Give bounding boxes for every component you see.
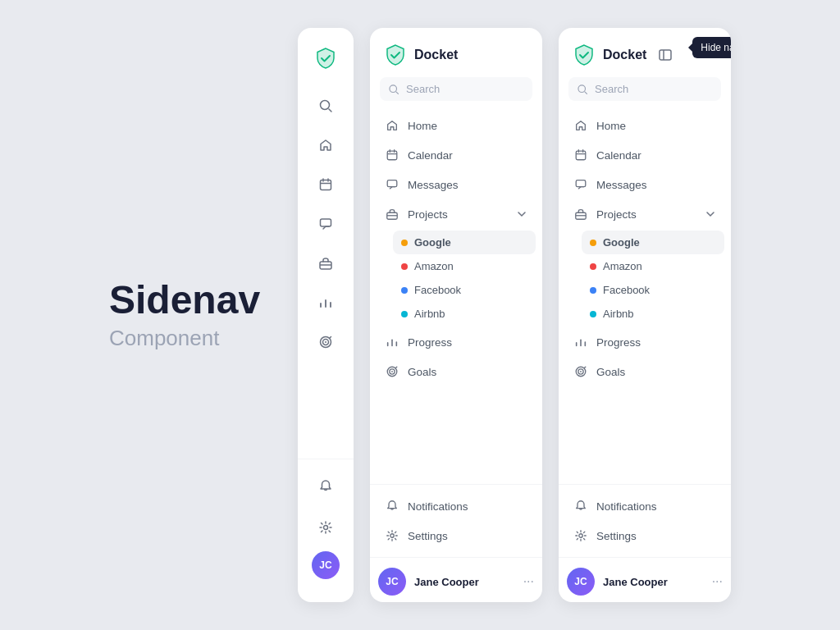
notifications-label-2: Notifications <box>596 500 657 513</box>
logo-icon <box>308 41 343 75</box>
sidebar-item-goals-2[interactable]: Goals <box>565 357 724 386</box>
user-name-2: Jane Cooper <box>603 576 704 588</box>
svg-rect-16 <box>660 50 671 60</box>
label-section: Sidenav Component <box>109 279 273 351</box>
sidebar-item-projects-collapsed[interactable] <box>308 246 343 281</box>
project-amazon-label-1: Amazon <box>414 260 454 272</box>
notification-icon-1 <box>385 499 399 514</box>
sidebar-item-projects-1[interactable]: Projects <box>377 199 536 229</box>
project-amazon-2[interactable]: Amazon <box>582 254 724 278</box>
project-airbnb-label-2: Airbnb <box>603 308 634 320</box>
project-facebook-2[interactable]: Facebook <box>582 278 724 302</box>
nav-header-2: Docket Hide navigation <box>559 28 731 77</box>
svg-point-14 <box>391 371 393 372</box>
user-avatar-1[interactable]: JC <box>378 568 406 596</box>
calendar-icon-2 <box>573 148 588 162</box>
sidebar-item-settings-2[interactable]: Settings <box>565 521 724 550</box>
projects-icon-1 <box>385 207 399 221</box>
svg-point-8 <box>390 84 397 92</box>
search-icon-button[interactable] <box>308 89 343 123</box>
project-facebook-1[interactable]: Facebook <box>393 278 536 302</box>
search-box-2[interactable]: Search <box>568 77 721 101</box>
home-icon-1 <box>385 118 399 133</box>
calendar-label-1: Calendar <box>408 149 453 162</box>
nav-bottom-1: Notifications Settings <box>370 484 542 557</box>
sidebar-item-messages-2[interactable]: Messages <box>565 170 724 199</box>
collapsed-nav-bottom: JC <box>298 459 354 589</box>
svg-point-6 <box>325 341 326 343</box>
sidebar-item-notifications-2[interactable]: Notifications <box>565 491 724 521</box>
notifications-icon-button[interactable] <box>308 469 343 504</box>
messages-label-1: Messages <box>408 179 459 191</box>
page-subtitle: Component <box>109 326 273 351</box>
home-label-1: Home <box>408 120 437 132</box>
user-menu-dots-2[interactable]: ··· <box>712 574 723 589</box>
project-facebook-label-2: Facebook <box>603 284 650 296</box>
svg-point-15 <box>390 534 394 537</box>
settings-icon-button[interactable] <box>308 510 343 545</box>
project-list-1: Google Amazon Facebook Airbnb <box>377 229 536 327</box>
project-google-1[interactable]: Google <box>393 231 536 254</box>
user-avatar-2[interactable]: JC <box>567 568 595 596</box>
sidenav-full-2: Docket Hide navigation Search <box>559 28 731 602</box>
sidebar-item-home-1[interactable]: Home <box>377 111 536 140</box>
svg-point-17 <box>578 84 586 92</box>
nav-header-1: Docket <box>370 28 542 77</box>
sidebar-item-messages-collapsed[interactable] <box>308 207 343 241</box>
project-dot-amazon-1 <box>401 263 408 270</box>
svg-rect-9 <box>387 151 397 160</box>
chevron-down-icon-2 <box>705 208 716 220</box>
nav-footer-1: JC Jane Cooper ··· <box>370 557 542 602</box>
sidebar-item-projects-2[interactable]: Projects <box>565 199 724 229</box>
project-google-2[interactable]: Google <box>582 231 724 254</box>
hide-nav-tooltip: Hide navigation <box>692 37 731 58</box>
svg-rect-2 <box>321 219 331 226</box>
sidebar-item-calendar-2[interactable]: Calendar <box>565 140 724 170</box>
project-google-label-2: Google <box>603 236 640 249</box>
calendar-label-2: Calendar <box>596 149 641 162</box>
projects-label-1: Projects <box>408 208 448 221</box>
messages-icon-1 <box>385 177 399 192</box>
chevron-down-icon-1 <box>516 208 527 220</box>
sidebar-item-calendar-collapsed[interactable] <box>308 167 343 202</box>
settings-label-1: Settings <box>408 530 448 542</box>
sidebar-item-progress-2[interactable]: Progress <box>565 327 724 357</box>
sidebar-item-progress-collapsed[interactable] <box>308 285 343 320</box>
hide-nav-button[interactable] <box>653 43 678 66</box>
svg-point-24 <box>579 534 582 537</box>
project-dot-airbnb-1 <box>401 311 408 317</box>
projects-icon-2 <box>573 207 588 221</box>
project-dot-facebook-1 <box>401 287 408 294</box>
project-airbnb-1[interactable]: Airbnb <box>393 302 536 326</box>
user-avatar-collapsed[interactable]: JC <box>312 551 340 579</box>
sidenav-full-1: Docket Search Home <box>370 28 542 602</box>
sidebar-item-settings-1[interactable]: Settings <box>377 521 536 550</box>
settings-label-2: Settings <box>596 530 637 542</box>
user-menu-dots-1[interactable]: ··· <box>523 574 534 589</box>
project-amazon-1[interactable]: Amazon <box>393 254 536 278</box>
sidebar-item-messages-1[interactable]: Messages <box>377 170 536 199</box>
nav-bottom-2: Notifications Settings <box>559 484 731 557</box>
sidebar-item-notifications-1[interactable]: Notifications <box>377 491 536 521</box>
sidebar-item-goals-collapsed[interactable] <box>308 325 343 359</box>
sidebar-item-calendar-1[interactable]: Calendar <box>377 140 536 170</box>
notification-icon-2 <box>573 499 588 514</box>
sidebar-item-goals-1[interactable]: Goals <box>377 357 536 386</box>
sidebar-item-home-collapsed[interactable] <box>308 128 343 162</box>
sidebar-item-home-2[interactable]: Home <box>565 111 724 140</box>
svg-point-23 <box>580 371 582 372</box>
sidebar-item-progress-1[interactable]: Progress <box>377 327 536 357</box>
svg-rect-10 <box>387 180 397 187</box>
project-dot-facebook-2 <box>590 287 596 294</box>
goals-icon-1 <box>385 364 399 379</box>
search-box-1[interactable]: Search <box>380 77 532 101</box>
page-wrapper: Sidenav Component <box>0 0 840 630</box>
svg-rect-18 <box>576 151 586 160</box>
progress-label-1: Progress <box>408 336 452 349</box>
app-name-2: Docket <box>603 48 646 62</box>
progress-icon-2 <box>573 335 588 349</box>
progress-label-2: Progress <box>596 336 641 349</box>
goals-icon-2 <box>573 364 588 379</box>
project-airbnb-2[interactable]: Airbnb <box>582 302 724 326</box>
project-facebook-label-1: Facebook <box>414 284 461 296</box>
